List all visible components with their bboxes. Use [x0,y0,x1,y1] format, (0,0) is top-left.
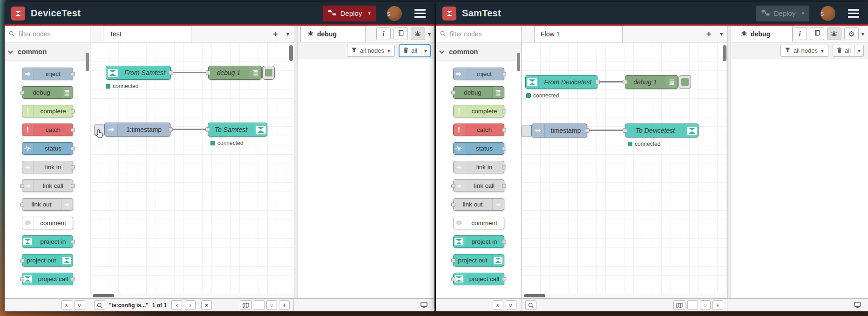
expand-categories-button[interactable]: » [506,300,516,310]
tab-debug[interactable]: debug [300,26,366,42]
palette-node-inject[interactable]: inject [22,68,73,80]
flow-tab[interactable]: Flow 1 [534,26,623,42]
palette-node-project-in[interactable]: project in [22,235,73,248]
navigator-button[interactable] [240,300,252,310]
search-prev-button[interactable]: ‹ [171,300,182,310]
deploy-options-caret[interactable]: ▾ [801,10,804,16]
debug-enable-toggle[interactable] [262,66,275,80]
node-debug-1[interactable]: debug 1 [625,75,678,89]
zoom-out-button[interactable]: − [687,300,698,310]
tab-debug[interactable]: debug [734,26,793,42]
inject-button[interactable] [94,124,104,136]
zoom-reset-button[interactable]: ○ [700,300,711,310]
user-menu[interactable]: s [387,6,402,21]
palette-node-link-in[interactable]: link in [22,161,73,173]
flow-tab[interactable]: Test [103,26,191,42]
palette-node-complete[interactable]: ! complete [22,105,73,117]
palette-search[interactable] [5,26,90,42]
input-port[interactable] [205,127,210,132]
debug-enable-toggle[interactable] [678,75,691,89]
search-next-button[interactable]: › [185,300,196,310]
palette-node-link-call[interactable]: link call [453,179,504,192]
open-debug-window-button[interactable] [418,300,430,310]
palette-node-comment[interactable]: comment [453,217,504,229]
info-sidebar-button[interactable]: i [376,27,391,40]
debug-sidebar-button[interactable] [827,27,841,40]
search-close-button[interactable]: × [201,300,212,310]
input-port[interactable] [623,128,627,133]
main-menu-button[interactable] [413,7,427,19]
palette-node-debug[interactable]: debug [22,86,73,99]
palette-node-debug[interactable]: debug [453,86,504,99]
input-port[interactable] [623,80,627,84]
scrollbar-handle[interactable] [524,294,545,297]
palette-node-link-out[interactable]: link out [453,198,504,211]
info-sidebar-button[interactable]: i [793,27,807,40]
add-flow-button[interactable]: + [273,29,278,38]
debug-clear-options-caret[interactable]: ▾ [854,45,863,56]
palette-node-project-out[interactable]: project out [22,254,73,267]
search-flows-button[interactable] [525,300,536,310]
zoom-in-button[interactable]: + [279,300,290,310]
help-sidebar-button[interactable] [393,27,408,40]
palette-search[interactable] [436,26,521,42]
deploy-button[interactable]: Deploy ▾ [323,6,376,21]
debug-sidebar-button[interactable] [411,27,425,40]
zoom-in-button[interactable]: + [712,300,723,310]
debug-filter-button[interactable]: all nodes ▾ [780,45,828,57]
node-project-out-to-devicetest[interactable]: To Devicetest [625,124,698,137]
node-project-out-to-samtest[interactable]: To Samtest [208,123,267,137]
canvas-horizontal-scrollbar[interactable] [522,293,727,298]
scrollbar-handle[interactable] [93,294,114,297]
palette-node-status[interactable]: status [453,142,504,155]
input-port[interactable] [206,70,210,75]
palette-node-comment[interactable]: comment [22,217,73,229]
expand-categories-button[interactable]: » [75,300,85,310]
canvas-horizontal-scrollbar[interactable] [90,293,294,298]
main-menu-button[interactable] [847,7,861,19]
navigator-button[interactable] [673,300,685,310]
palette-node-project-call[interactable]: project call [453,273,504,285]
palette-scrollbar[interactable] [517,53,520,71]
panel-resize-handle[interactable] [727,26,731,298]
collapse-categories-button[interactable]: « [61,300,72,310]
node-project-in-from-devicetest[interactable]: From Devicetest [525,75,597,89]
palette-node-link-call[interactable]: link call [22,179,73,192]
palette-node-link-in[interactable]: link in [453,161,504,173]
debug-clear-options-caret[interactable]: ▾ [421,45,430,56]
palette-scrollbar[interactable] [86,53,89,71]
search-flows-button[interactable] [94,300,105,310]
inject-button[interactable] [522,125,532,137]
debug-filter-button[interactable]: all nodes ▾ [347,45,395,57]
flow-canvas[interactable]: From Samtest debug 1 connected 1:timesta… [90,42,294,293]
sidebar-options-caret[interactable]: ▾ [428,31,431,37]
panel-resize-handle[interactable] [294,26,298,298]
palette-node-catch[interactable]: ! catch [22,124,73,136]
flow-list-caret[interactable]: ▾ [720,31,723,37]
palette-node-project-out[interactable]: project out [453,254,504,267]
palette-node-status[interactable]: status [22,142,73,155]
zoom-reset-button[interactable]: ○ [266,300,277,310]
collapse-categories-button[interactable]: « [493,300,503,310]
open-debug-window-button[interactable] [852,300,863,310]
user-menu[interactable]: s [821,6,835,21]
palette-node-link-out[interactable]: link out [22,198,73,211]
palette-category-common[interactable]: common [5,42,90,61]
palette-category-common[interactable]: common [436,42,521,61]
palette-node-complete[interactable]: ! complete [453,105,504,117]
deploy-options-caret[interactable]: ▾ [368,10,371,16]
node-debug-1[interactable]: debug 1 [208,66,262,80]
palette-node-inject[interactable]: inject [453,68,504,80]
debug-clear-button[interactable]: all [833,45,854,56]
flow-list-caret[interactable]: ▾ [286,31,289,37]
deploy-button-disabled[interactable]: Deploy ▾ [756,6,809,21]
debug-clear-button[interactable]: all [400,45,421,56]
node-project-in-from-samtest[interactable]: From Samtest [106,66,171,80]
node-inject-timestamp[interactable]: timestamp [531,124,587,137]
flow-canvas[interactable]: From Devicetest debug 1 connected timest… [522,42,727,293]
help-sidebar-button[interactable] [810,27,824,40]
palette-node-project-in[interactable]: project in [453,235,504,248]
zoom-out-button[interactable]: − [254,300,264,310]
node-inject-timestamp[interactable]: 1:timestamp [104,123,170,137]
palette-node-project-call[interactable]: project call [22,273,73,285]
